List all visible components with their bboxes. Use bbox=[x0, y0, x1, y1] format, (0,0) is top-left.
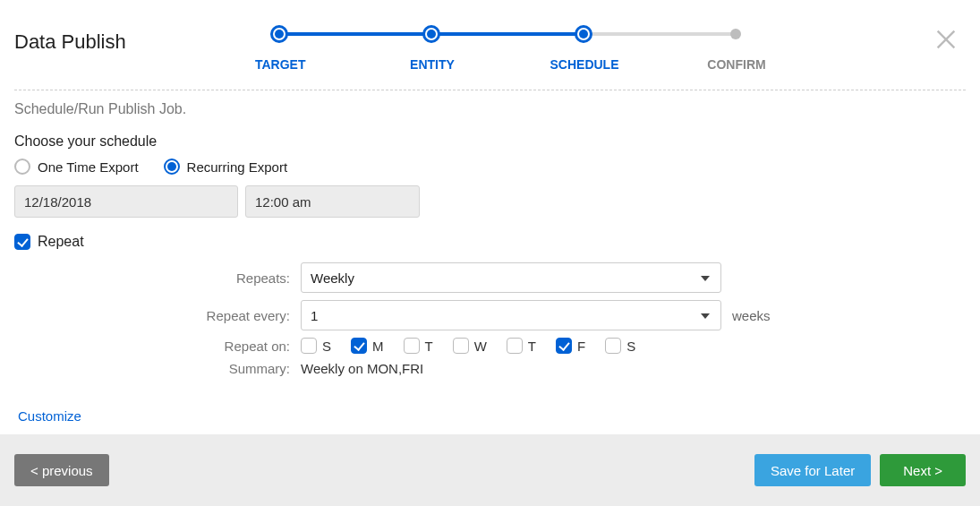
summary-label: Summary: bbox=[14, 361, 301, 376]
time-input[interactable]: 12:00 am bbox=[245, 185, 420, 218]
customize-link[interactable]: Customize bbox=[18, 408, 81, 424]
day-checkbox[interactable] bbox=[556, 338, 572, 354]
step-label-schedule[interactable]: SCHEDULE bbox=[508, 57, 660, 72]
day-label: M bbox=[372, 339, 384, 354]
day-checkbox[interactable] bbox=[453, 338, 469, 354]
day-checkbox[interactable] bbox=[301, 338, 317, 354]
step-node-entity[interactable] bbox=[422, 25, 440, 43]
step-node-target[interactable] bbox=[270, 25, 288, 43]
step-label-entity[interactable]: ENTITY bbox=[356, 57, 508, 72]
day-checkbox[interactable] bbox=[351, 338, 367, 354]
day-checkbox[interactable] bbox=[507, 338, 523, 354]
radio-one-time[interactable]: One Time Export bbox=[14, 159, 139, 175]
repeats-label: Repeats: bbox=[14, 270, 301, 286]
step-label-confirm: CONFIRM bbox=[660, 57, 813, 72]
day-option[interactable]: M bbox=[351, 338, 384, 354]
previous-button[interactable]: < previous bbox=[14, 454, 109, 486]
day-label: F bbox=[577, 339, 585, 354]
day-option[interactable]: T bbox=[404, 338, 433, 354]
step-node-schedule[interactable] bbox=[575, 25, 592, 43]
day-label: S bbox=[322, 339, 331, 354]
close-icon bbox=[933, 27, 959, 52]
radio-recurring-label: Recurring Export bbox=[187, 159, 288, 175]
footer-bar: < previous Save for Later Next > bbox=[0, 434, 980, 506]
repeat-label: Repeat bbox=[38, 234, 84, 250]
radio-icon bbox=[14, 159, 30, 175]
stepper: TARGET ENTITY SCHEDULE CONFIRM bbox=[229, 23, 858, 72]
day-option[interactable]: F bbox=[556, 338, 585, 354]
day-label: T bbox=[528, 339, 536, 354]
subtitle: Schedule/Run Publish Job. bbox=[14, 101, 966, 117]
radio-one-time-label: One Time Export bbox=[38, 159, 139, 175]
day-checkbox[interactable] bbox=[404, 338, 420, 354]
repeat-on-label: Repeat on: bbox=[14, 339, 301, 354]
page-title: Data Publish bbox=[14, 30, 126, 54]
save-for-later-button[interactable]: Save for Later bbox=[754, 454, 871, 486]
day-checkbox[interactable] bbox=[605, 338, 621, 354]
day-label: T bbox=[425, 339, 433, 354]
day-option[interactable]: S bbox=[301, 338, 331, 354]
day-option[interactable]: W bbox=[453, 338, 487, 354]
choose-heading: Choose your schedule bbox=[14, 133, 966, 150]
summary-value: Weekly on MON,FRI bbox=[301, 361, 423, 376]
day-label: W bbox=[474, 339, 487, 354]
day-label: S bbox=[626, 339, 635, 354]
next-button[interactable]: Next > bbox=[880, 454, 966, 486]
close-button[interactable] bbox=[933, 27, 960, 54]
date-input[interactable]: 12/18/2018 bbox=[14, 185, 238, 218]
step-label-target[interactable]: TARGET bbox=[255, 57, 356, 72]
repeat-every-label: Repeat every: bbox=[14, 308, 301, 323]
day-option[interactable]: T bbox=[507, 338, 536, 354]
step-node-confirm bbox=[730, 29, 741, 39]
repeat-every-suffix: weeks bbox=[732, 308, 771, 323]
radio-icon bbox=[164, 159, 180, 175]
day-option[interactable]: S bbox=[605, 338, 635, 354]
repeat-every-select[interactable]: 1 bbox=[301, 300, 721, 330]
radio-recurring[interactable]: Recurring Export bbox=[164, 159, 288, 175]
repeat-checkbox[interactable] bbox=[14, 234, 30, 250]
repeats-select[interactable]: Weekly bbox=[301, 262, 721, 293]
